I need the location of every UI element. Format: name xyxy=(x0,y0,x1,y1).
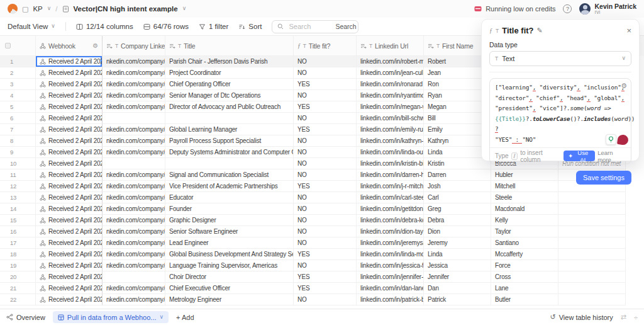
row-number[interactable]: 1 xyxy=(0,56,36,67)
cell-title[interactable]: Chief Operating Officer xyxy=(165,79,294,90)
save-settings-button[interactable]: Save settings xyxy=(576,171,631,185)
chevron-down-icon[interactable]: ∨ xyxy=(182,5,187,11)
cell-company-linkedin[interactable]: nkedin.com/company/in... xyxy=(103,79,165,90)
cell-title-fit[interactable]: NO xyxy=(294,56,357,67)
cell-run-note[interactable] xyxy=(558,237,626,249)
cell-linkedin-url[interactable]: linkedin.com/in/jeremysa... xyxy=(357,237,424,249)
cell-first-name[interactable]: Carl xyxy=(424,192,491,203)
overview-tab[interactable]: Overview xyxy=(6,314,45,321)
cell-title-fit[interactable]: NO xyxy=(294,203,357,215)
row-number[interactable]: 10 xyxy=(0,158,36,169)
rows-button[interactable]: 64/76 rows xyxy=(143,23,189,30)
row-number[interactable]: 17 xyxy=(0,237,36,249)
cell-linkedin-url[interactable]: linkedin.com/in/robert-m-... xyxy=(357,56,424,67)
cell-title-fit[interactable]: YES xyxy=(294,101,357,113)
cell-linkedin-url[interactable]: linkedin.com/in/jessica-fo... xyxy=(357,260,424,271)
row-number[interactable]: 9 xyxy=(0,147,36,158)
cell-title[interactable]: Founder xyxy=(165,203,294,215)
cell-title[interactable]: Parish Chair - Jefferson Davis Parish xyxy=(165,56,294,67)
cell-linkedin-url[interactable]: linkedin.com/in/darren-h... xyxy=(357,169,424,181)
cell-webhook[interactable]: Received 2 April 2025... xyxy=(36,124,103,135)
cell-linkedin-url[interactable]: linkedin.com/in/linda-mc... xyxy=(357,249,424,260)
cell-company-linkedin[interactable] xyxy=(103,158,165,169)
cell-company-linkedin[interactable]: nkedin.com/company/id... xyxy=(103,67,165,79)
row-number[interactable]: 6 xyxy=(0,113,36,124)
cell-webhook[interactable]: Received 2 April 2025... xyxy=(36,79,103,90)
formula-settings-gear-icon[interactable]: ⚙ xyxy=(621,82,627,90)
cell-company-linkedin[interactable]: nkedin.com/company/an... xyxy=(103,135,165,147)
cell-company-linkedin[interactable]: nkedin.com/company/vo... xyxy=(103,215,165,226)
cell-webhook[interactable]: Received 2 April 2025... xyxy=(36,67,103,79)
cell-title[interactable]: Director of Advocacy and Public Outreach xyxy=(165,101,294,113)
cell-last-name[interactable]: Taylor xyxy=(491,226,558,237)
cell-run-note[interactable] xyxy=(558,283,626,294)
cell-webhook[interactable]: Received 2 April 2025... xyxy=(36,226,103,237)
cell-run-note[interactable] xyxy=(558,249,626,260)
cell-linkedin-url[interactable]: linkedin.com/in/patrick-b... xyxy=(357,294,424,305)
cell-linkedin-url[interactable]: linkedin.com/in/carl-steel... xyxy=(357,192,424,203)
suggestion-lightbulb-icon[interactable] xyxy=(606,134,616,145)
app-logo-icon[interactable] xyxy=(8,4,18,14)
cell-title[interactable]: Graphic Designer xyxy=(165,215,294,226)
cell-title-fit[interactable]: YES xyxy=(294,283,357,294)
credits-warning[interactable]: Running low on credits xyxy=(474,5,555,13)
cell-run-note[interactable] xyxy=(558,192,626,203)
column-header-webhook[interactable]: Webhook ⚙ xyxy=(36,36,103,56)
cell-company-linkedin[interactable]: nkedin.com/company/on... xyxy=(103,90,165,101)
cell-run-note[interactable] xyxy=(558,260,626,271)
cell-linkedin-url[interactable]: linkedin.com/in/jean-culle... xyxy=(357,67,424,79)
cell-linkedin-url[interactable]: linkedin.com/in/jennifer-c... xyxy=(357,271,424,283)
cell-title[interactable]: Language Training Supervisor, Americas xyxy=(165,260,294,271)
use-ai-button[interactable]: ✦ Use AI xyxy=(564,151,595,161)
cell-last-name[interactable]: Force xyxy=(491,260,558,271)
help-icon[interactable]: ? xyxy=(563,4,572,13)
cell-company-linkedin[interactable]: nkedin.com/company/ls... xyxy=(103,56,165,67)
add-table-button[interactable]: + Add xyxy=(176,314,194,321)
cell-first-name[interactable]: Dion xyxy=(424,226,491,237)
cell-run-note[interactable] xyxy=(558,215,626,226)
cell-webhook[interactable]: Received 2 April 2025... xyxy=(36,283,103,294)
alert-blob-icon[interactable] xyxy=(617,134,629,145)
cell-company-linkedin[interactable]: nkedin.com/company/do... xyxy=(103,124,165,135)
data-type-select[interactable]: T Text ∨ xyxy=(489,51,631,66)
cell-company-linkedin[interactable]: nkedin.com/company/gl... xyxy=(103,260,165,271)
cell-linkedin-url[interactable]: linkedin.com/in/megan-w... xyxy=(357,101,424,113)
cell-webhook[interactable]: Received 2 April 2025... xyxy=(36,203,103,215)
cell-title-fit[interactable]: YES xyxy=(294,124,357,135)
cell-last-name[interactable]: Butler xyxy=(491,294,558,305)
row-number[interactable]: 22 xyxy=(0,294,36,305)
cell-title-fit[interactable]: NO xyxy=(294,169,357,181)
column-header-linkedin-url[interactable]: T Linkedin Url xyxy=(357,36,424,56)
cell-webhook[interactable]: Received 2 April 2025... xyxy=(36,181,103,192)
cell-first-name[interactable]: Debra xyxy=(424,215,491,226)
cell-last-name[interactable]: Santiano xyxy=(491,237,558,249)
chevron-down-icon[interactable]: ∨ xyxy=(47,5,52,11)
row-number[interactable]: 14 xyxy=(0,203,36,215)
cell-title[interactable]: Educator xyxy=(165,192,294,203)
cell-linkedin-url[interactable]: linkedin.com/in/j-r-mitchell xyxy=(357,181,424,192)
cell-title[interactable]: Choir Director xyxy=(165,271,294,283)
cell-company-linkedin[interactable] xyxy=(103,113,165,124)
cell-title-fit[interactable]: YES xyxy=(294,79,357,90)
cell-linkedin-url[interactable]: linkedin.com/in/emily-rup... xyxy=(357,124,424,135)
cell-webhook[interactable]: Received 2 April 2025... xyxy=(36,169,103,181)
cell-company-linkedin[interactable]: nkedin.com/company/lo... xyxy=(103,249,165,260)
user-menu[interactable]: Kevin Patrick rvi xyxy=(579,3,636,15)
cell-title-fit[interactable]: NO xyxy=(294,215,357,226)
cell-title-fit[interactable]: NO xyxy=(294,135,357,147)
table-title[interactable]: Vector|CN high intent example xyxy=(74,5,178,13)
cell-webhook[interactable]: Received 2 April 202... xyxy=(36,56,103,67)
cell-last-name[interactable]: Cross xyxy=(491,271,558,283)
cell-title[interactable]: Global Business Development And Strategy… xyxy=(165,249,294,260)
cell-linkedin-url[interactable]: linkedin.com/in/ryantimot... xyxy=(357,90,424,101)
cell-webhook[interactable]: Received 2 April 2025... xyxy=(36,215,103,226)
cell-first-name[interactable]: Patrick xyxy=(424,294,491,305)
row-number[interactable]: 18 xyxy=(0,249,36,260)
sync-icon[interactable]: ⇄ xyxy=(621,313,626,321)
cell-linkedin-url[interactable]: linkedin.com/in/dion-tayl... xyxy=(357,226,424,237)
column-header-company-linkedin[interactable]: T Company Linkedin xyxy=(103,36,165,56)
cell-title-fit[interactable]: NO xyxy=(294,192,357,203)
cell-webhook[interactable]: Received 2 April 2025... xyxy=(36,237,103,249)
cell-run-note[interactable] xyxy=(558,294,626,305)
column-header-title-fit[interactable]: ƒ T Title fit? xyxy=(294,36,357,56)
